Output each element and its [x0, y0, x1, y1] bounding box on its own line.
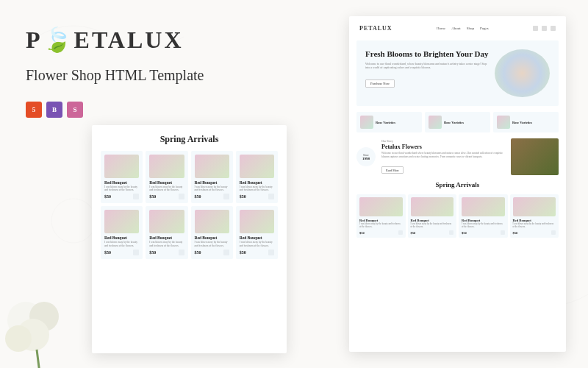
product-image [240, 210, 274, 233]
product-card[interactable]: Red BouquetI was blown away by the beaut… [146, 151, 187, 203]
leaf-icon: 🍃 [43, 26, 74, 53]
category-card[interactable]: Rose Varieties [356, 112, 422, 132]
product-card[interactable]: Red BouquetI was blown away by the beaut… [510, 194, 559, 238]
product-card[interactable]: Red BouquetI was blown away by the beaut… [459, 194, 508, 238]
read-more-button[interactable]: Read More [381, 166, 404, 174]
product-image [149, 155, 184, 178]
cart-icon[interactable] [501, 230, 505, 235]
product-image [513, 197, 556, 216]
nav-link-about[interactable]: About [451, 26, 461, 30]
product-grid-small: Red BouquetI was blown away by the beaut… [356, 194, 559, 238]
cart-icon[interactable] [449, 230, 453, 235]
category-card[interactable]: Rose Varieties [493, 112, 559, 132]
story-description: Welcome to our floral wonderland where b… [381, 152, 505, 158]
svg-point-0 [51, 199, 96, 243]
nav-logo[interactable]: PETALUX [359, 25, 392, 32]
bootstrap-badge: B [46, 102, 62, 118]
cart-icon[interactable] [551, 230, 556, 235]
product-image [359, 197, 403, 216]
sass-badge: S [67, 102, 83, 118]
section-title: Spring Arrivals [356, 181, 559, 188]
story-section: Since1998 Our Story Petalux Flowers Welc… [356, 138, 559, 175]
product-image [195, 210, 229, 233]
product-image [462, 197, 505, 216]
promo-subtitle: Flower Shop HTML Template [26, 67, 204, 84]
product-image [149, 210, 184, 233]
promo-header: P🍃ETALUX Flower Shop HTML Template [26, 26, 204, 84]
nav-link-pages[interactable]: Pages [480, 26, 489, 30]
category-row: Rose Varieties Rose Varieties Rose Varie… [356, 112, 559, 132]
product-card[interactable]: Red BouquetI was blown away by the beaut… [236, 151, 278, 203]
since-badge: Since1998 [356, 147, 376, 166]
decorative-bouquet [0, 276, 92, 368]
product-card[interactable]: Red BouquetI was blown away by the beaut… [191, 206, 233, 258]
category-image [429, 116, 442, 129]
section-title: Spring Arrivals [101, 134, 278, 145]
cart-icon[interactable] [542, 26, 547, 31]
product-card[interactable]: Red BouquetI was blown away by the beaut… [408, 194, 457, 238]
product-image [411, 197, 454, 216]
cart-icon[interactable] [223, 250, 229, 255]
product-image [104, 210, 139, 233]
product-card[interactable]: Red BouquetI was blown away by the beaut… [101, 151, 143, 203]
product-image [240, 155, 274, 178]
cart-icon[interactable] [133, 250, 139, 255]
cart-icon[interactable] [398, 230, 403, 235]
hero-section: Fresh Blooms to Brighten Your Day Welcom… [356, 40, 559, 106]
preview-panel-homepage: PETALUX Home About Shop Pages Fresh Bloo… [349, 16, 566, 352]
product-card[interactable]: Red BouquetI was blown away by the beaut… [101, 206, 143, 258]
nav-link-shop[interactable]: Shop [467, 26, 474, 30]
user-icon[interactable] [551, 26, 556, 31]
product-card[interactable]: Red BouquetI was blown away by the beaut… [146, 206, 187, 258]
hero-title: Fresh Blooms to Brighten Your Day [365, 49, 489, 59]
svg-point-4 [5, 325, 32, 352]
cart-icon[interactable] [133, 194, 139, 199]
preview-panel-products: Spring Arrivals Red BouquetI was blown a… [92, 125, 287, 353]
category-image [360, 116, 373, 129]
product-grid: Red BouquetI was blown away by the beaut… [101, 151, 278, 259]
story-image [511, 138, 559, 175]
brand-logo: P🍃ETALUX [26, 26, 204, 54]
hero-image [495, 49, 550, 97]
search-icon[interactable] [533, 26, 538, 31]
product-image [195, 155, 229, 178]
cart-icon[interactable] [268, 194, 274, 199]
tech-badges: 5 B S [26, 102, 83, 118]
cart-icon[interactable] [179, 194, 184, 199]
story-title: Petalux Flowers [381, 144, 505, 150]
site-nav: PETALUX Home About Shop Pages [356, 24, 559, 33]
html5-badge: 5 [26, 102, 42, 118]
purchase-button[interactable]: Purchase Now [365, 79, 395, 88]
cart-icon[interactable] [268, 250, 274, 255]
product-card[interactable]: Red BouquetI was blown away by the beaut… [191, 151, 233, 203]
story-label: Our Story [381, 139, 505, 143]
nav-links: Home About Shop Pages [437, 26, 489, 30]
category-image [497, 116, 510, 129]
product-card[interactable]: Red BouquetI was blown away by the beaut… [356, 194, 406, 238]
product-card[interactable]: Red BouquetI was blown away by the beaut… [236, 206, 278, 258]
nav-icons [533, 26, 556, 31]
nav-link-home[interactable]: Home [437, 26, 445, 30]
product-image [104, 155, 139, 178]
hero-description: Welcome to our floral wonderland, where … [365, 62, 489, 69]
cart-icon[interactable] [179, 250, 184, 255]
category-card[interactable]: Rose Varieties [425, 112, 490, 132]
cart-icon[interactable] [223, 194, 229, 199]
